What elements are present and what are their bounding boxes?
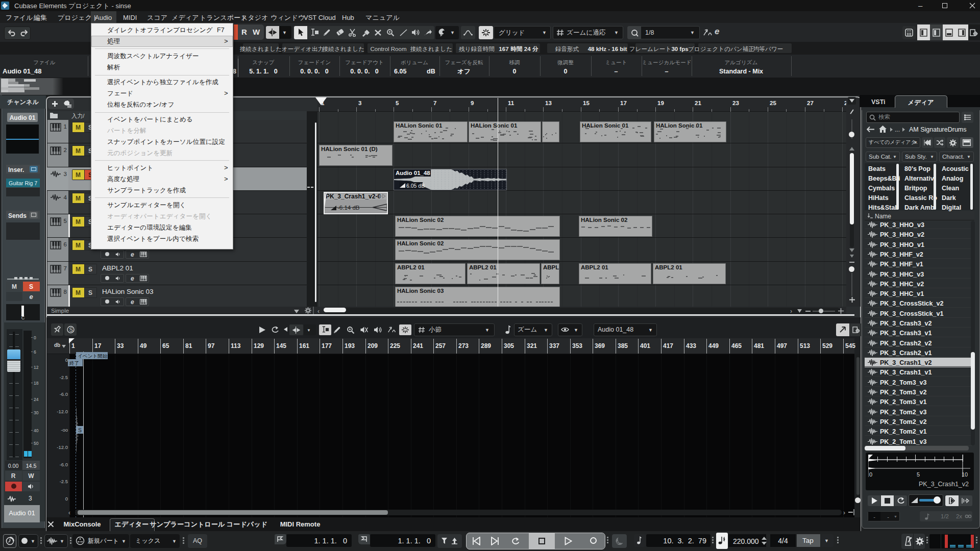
svg-text:S: S: [69, 327, 73, 333]
